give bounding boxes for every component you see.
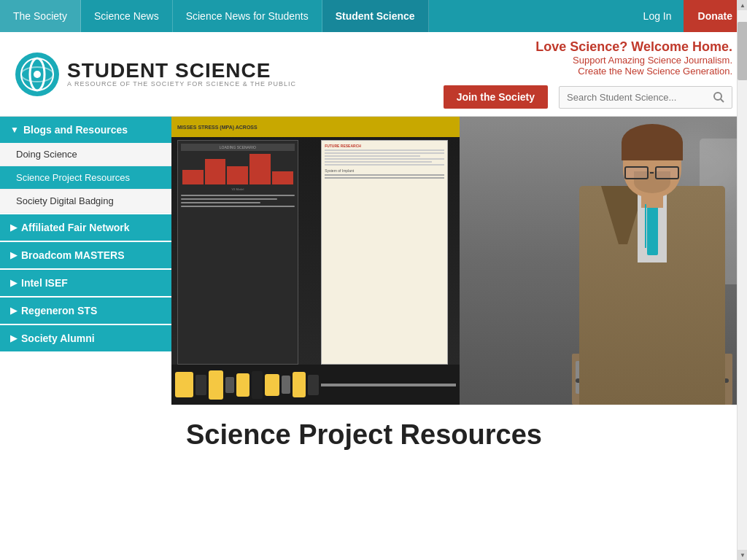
board-banner-text: MISSES STRESS (MPa) ACROSS [177, 125, 258, 130]
sidebar-regeneron-label: Regeneron STS [21, 305, 97, 316]
poster-line [325, 164, 444, 166]
broadcom-arrow-icon: ▶ [10, 250, 17, 260]
sidebar-item-society-alumni[interactable]: ▶ Society Alumni [0, 325, 171, 351]
promo-headline: Love Science? Welcome Home. [535, 39, 732, 55]
sidebar: ▼ Blogs and Resources Doing Science Scie… [0, 117, 171, 458]
sidebar-blogs-label: Blogs and Resources [23, 124, 128, 136]
board-label-1: LOADING SCENARIO [181, 144, 295, 151]
nav-right-actions: Log In Donate [632, 0, 747, 32]
logo-icon [15, 52, 60, 97]
login-button[interactable]: Log In [632, 10, 684, 22]
main-content: ▼ Blogs and Resources Doing Science Scie… [0, 117, 747, 458]
poster-line [325, 155, 420, 157]
nav-science-news-students[interactable]: Science News for Students [173, 0, 322, 32]
sidebar-item-doing-science[interactable]: Doing Science [0, 143, 171, 166]
text-line [181, 206, 295, 207]
search-icon [713, 91, 724, 103]
poster-line [325, 177, 444, 179]
logo-section: STUDENT SCIENCE A RESOURCE OF THE SOCIET… [15, 52, 296, 97]
nav-science-news[interactable]: Science News [81, 0, 173, 32]
person-glasses [624, 166, 679, 180]
search-input[interactable] [560, 87, 705, 108]
promo-sub-line2: Create the New Science Generation. [535, 66, 732, 77]
nav-the-society[interactable]: The Society [0, 0, 81, 32]
sidebar-affiliated-fair-label: Affiliated Fair Network [21, 222, 130, 233]
poster-header: FUTURE RESEARCH [325, 144, 444, 148]
svg-line-6 [721, 99, 724, 102]
poster-line [325, 149, 444, 151]
poster-subtext: System of Implant [325, 168, 444, 173]
sidebar-intel-label: Intel ISEF [21, 277, 68, 289]
promo-sub-line1: Support Amazing Science Journalism. [535, 55, 732, 66]
svg-point-5 [714, 93, 721, 100]
glass-lens-right [655, 166, 679, 179]
sidebar-blogs-header[interactable]: ▼ Blogs and Resources [0, 117, 171, 143]
affiliated-fair-arrow-icon: ▶ [10, 222, 17, 233]
poster-line [325, 158, 444, 160]
top-navigation: The Society Science News Science News fo… [0, 0, 747, 32]
scrollbar: ▲ ▼ [737, 0, 747, 458]
chart-bar [227, 166, 248, 184]
logo-text: STUDENT SCIENCE A RESOURCE OF THE SOCIET… [67, 61, 296, 88]
svg-point-4 [34, 71, 41, 78]
poster-line [325, 161, 432, 163]
chart-bar [182, 170, 204, 184]
poster-line [325, 152, 444, 154]
logo-sub-text: A RESOURCE OF THE SOCIETY FOR SCIENCE & … [67, 81, 296, 88]
content-area: MISSES STRESS (MPa) ACROSS LOADING SCENA… [171, 117, 747, 458]
alumni-arrow-icon: ▶ [10, 333, 17, 343]
nav-student-science[interactable]: Student Science [322, 0, 429, 32]
regeneron-arrow-icon: ▶ [10, 306, 17, 316]
chart-bar [249, 154, 271, 184]
scrollbar-up-button[interactable]: ▲ [738, 0, 747, 10]
poster-line [325, 174, 444, 176]
join-society-button[interactable]: Join the Society [444, 85, 548, 109]
promo-text: Love Science? Welcome Home. Support Amaz… [535, 39, 732, 77]
page-title: Science Project Resources [186, 419, 732, 451]
person-hair [622, 124, 683, 160]
page-title-area: Science Project Resources [171, 405, 747, 458]
text-line [181, 195, 295, 196]
text-line [181, 202, 260, 203]
hero-left-boards: MISSES STRESS (MPa) ACROSS LOADING SCENA… [171, 117, 460, 405]
glass-lens-left [624, 166, 649, 179]
person-lanyard [645, 204, 646, 248]
search-box [559, 86, 732, 109]
sidebar-broadcom-label: Broadcom MASTERS [21, 249, 125, 261]
chart-bar [272, 171, 293, 184]
robot-device-left [171, 365, 460, 405]
text-line [181, 198, 277, 200]
search-button[interactable] [705, 87, 732, 107]
sidebar-item-broadcom-masters[interactable]: ▶ Broadcom MASTERS [0, 242, 171, 268]
sidebar-alumni-label: Society Alumni [21, 332, 95, 344]
text-lines [181, 195, 295, 207]
hero-right-person [460, 117, 748, 405]
sidebar-item-science-project-resources[interactable]: Science Project Resources [0, 166, 171, 190]
hero-composite: MISSES STRESS (MPa) ACROSS LOADING SCENA… [171, 117, 747, 405]
header-right: Love Science? Welcome Home. Support Amaz… [444, 39, 732, 109]
science-board-1: LOADING SCENARIO V3 Model [177, 140, 298, 365]
chart-text-v3: V3 Model [181, 187, 295, 191]
science-board-2: FUTURE RESEARCH System of Implant [321, 140, 448, 365]
scrollbar-thumb[interactable] [738, 22, 747, 80]
person-body [579, 186, 725, 405]
chart-bars-1 [181, 153, 295, 186]
sidebar-item-intel-isef[interactable]: ▶ Intel ISEF [0, 270, 171, 296]
glass-bridge [650, 172, 654, 174]
hero-image: MISSES STRESS (MPa) ACROSS LOADING SCENA… [171, 117, 747, 405]
blogs-arrow-icon: ▼ [10, 125, 19, 135]
logo-main-text: STUDENT SCIENCE [67, 61, 296, 81]
sidebar-item-affiliated-fair-network[interactable]: ▶ Affiliated Fair Network [0, 214, 171, 241]
sidebar-item-society-digital-badging[interactable]: Society Digital Badging [0, 190, 171, 213]
chart-bar [205, 159, 226, 184]
site-header: STUDENT SCIENCE A RESOURCE OF THE SOCIET… [0, 32, 747, 117]
sidebar-item-regeneron-sts[interactable]: ▶ Regeneron STS [0, 298, 171, 324]
intel-arrow-icon: ▶ [10, 278, 17, 288]
header-bottom-row: Join the Society [444, 85, 732, 109]
